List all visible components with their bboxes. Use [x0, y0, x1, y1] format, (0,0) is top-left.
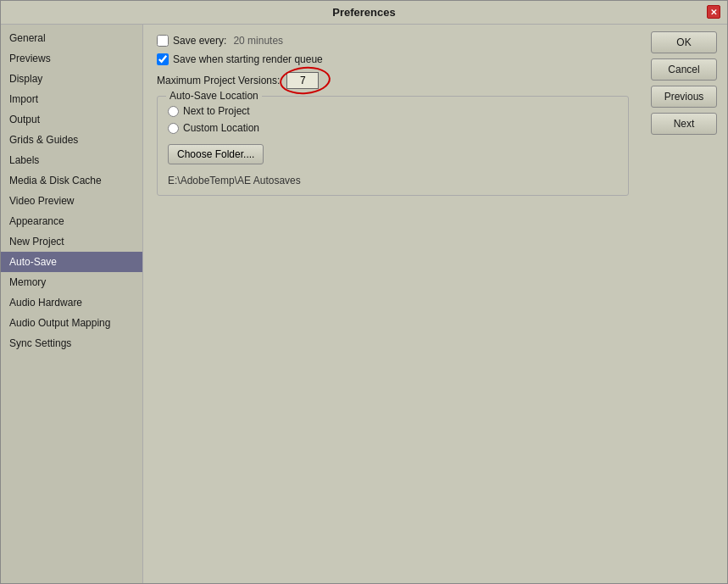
save-every-row: Save every: 20 minutes	[157, 35, 629, 47]
max-versions-row: Maximum Project Versions:	[157, 72, 629, 89]
next-to-project-radio[interactable]	[168, 106, 179, 117]
sidebar: GeneralPreviewsDisplayImportOutputGrids …	[1, 25, 143, 583]
sidebar-item-import[interactable]: Import	[1, 89, 142, 109]
auto-save-location-group: Auto-Save Location Next to Project Custo…	[157, 96, 629, 196]
custom-location-radio[interactable]	[168, 123, 179, 134]
sidebar-item-sync-settings[interactable]: Sync Settings	[1, 333, 142, 353]
dialog-title: Preferences	[332, 6, 395, 19]
choose-folder-button[interactable]: Choose Folder....	[168, 144, 264, 164]
sidebar-item-memory[interactable]: Memory	[1, 272, 142, 292]
form-area: Save every: 20 minutes Save when startin…	[157, 35, 629, 196]
title-bar: Preferences ✕	[1, 1, 727, 25]
sidebar-item-auto-save[interactable]: Auto-Save	[1, 252, 142, 272]
sidebar-item-output[interactable]: Output	[1, 109, 142, 130]
next-to-project-radio-label[interactable]: Next to Project	[168, 105, 618, 117]
auto-save-location-title: Auto-Save Location	[166, 90, 262, 102]
save-on-render-row: Save when starting render queue	[157, 53, 629, 65]
sidebar-item-video-preview[interactable]: Video Preview	[1, 191, 142, 211]
sidebar-item-previews[interactable]: Previews	[1, 48, 142, 69]
save-on-render-checkbox[interactable]	[157, 53, 169, 65]
previous-button[interactable]: Previous	[651, 86, 717, 108]
folder-path: E:\AdobeTemp\AE Autosaves	[168, 175, 618, 186]
custom-location-radio-label[interactable]: Custom Location	[168, 122, 618, 134]
cancel-button[interactable]: Cancel	[651, 58, 717, 81]
sidebar-item-appearance[interactable]: Appearance	[1, 211, 142, 231]
dialog-body: GeneralPreviewsDisplayImportOutputGrids …	[1, 25, 727, 583]
sidebar-item-general[interactable]: General	[1, 28, 142, 48]
max-versions-label: Maximum Project Versions:	[157, 75, 280, 86]
sidebar-item-display[interactable]: Display	[1, 69, 142, 89]
sidebar-item-audio-output-mapping[interactable]: Audio Output Mapping	[1, 313, 142, 333]
close-button[interactable]: ✕	[707, 5, 720, 19]
save-every-label: Save every:	[173, 35, 226, 47]
sidebar-item-new-project[interactable]: New Project	[1, 231, 142, 252]
sidebar-item-grids-guides[interactable]: Grids & Guides	[1, 130, 142, 150]
next-to-project-label: Next to Project	[183, 105, 250, 117]
sidebar-item-audio-hardware[interactable]: Audio Hardware	[1, 292, 142, 313]
save-every-checkbox[interactable]	[157, 35, 169, 47]
preferences-dialog: Preferences ✕ GeneralPreviewsDisplayImpo…	[0, 0, 728, 584]
action-buttons: OK Cancel Previous Next	[651, 31, 717, 135]
save-on-render-label[interactable]: Save when starting render queue	[157, 53, 323, 65]
max-versions-input[interactable]	[286, 72, 319, 89]
ok-button[interactable]: OK	[651, 31, 717, 53]
save-every-value: 20 minutes	[233, 35, 283, 47]
version-input-wrapper	[286, 72, 319, 89]
sidebar-item-labels[interactable]: Labels	[1, 150, 142, 170]
save-on-render-text: Save when starting render queue	[173, 53, 323, 65]
next-button[interactable]: Next	[651, 113, 717, 135]
sidebar-item-media-disk-cache[interactable]: Media & Disk Cache	[1, 170, 142, 191]
content-area: OK Cancel Previous Next Save every: 20 m…	[143, 25, 727, 583]
save-every-checkbox-label[interactable]: Save every:	[157, 35, 226, 47]
custom-location-label: Custom Location	[183, 122, 259, 134]
